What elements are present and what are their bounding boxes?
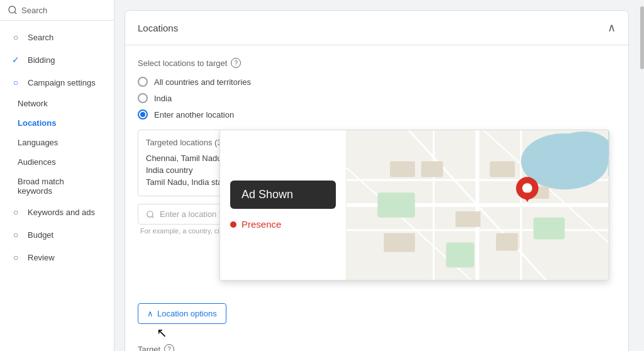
sidebar-search-label: Search <box>21 6 47 15</box>
circle-outline-icon: ○ <box>10 77 21 88</box>
location-options-button[interactable]: ∧ Location options <box>138 303 226 324</box>
sidebar-item-budget[interactable]: ○ Budget <box>0 223 109 246</box>
select-locations-label: Select locations to target ? <box>138 58 616 68</box>
sidebar-search[interactable]: Search <box>0 0 114 21</box>
sidebar-navigation: ○ Search ✓ Bidding ○ Campaign settings N… <box>0 21 114 351</box>
help-icon[interactable]: ? <box>231 58 241 68</box>
nav-label-broad-match: Broad match keywords <box>18 177 99 196</box>
svg-rect-17 <box>377 192 415 218</box>
locations-card: Locations ∧ Select locations to target ?… <box>125 10 629 351</box>
sidebar-item-campaign-settings[interactable]: ○ Campaign settings <box>0 71 109 94</box>
sidebar-item-network[interactable]: Network <box>0 94 109 113</box>
radio-circle-india <box>138 93 148 103</box>
nav-label-audiences: Audiences <box>18 157 56 167</box>
ad-shown-badge: Ad Shown <box>230 181 336 209</box>
nav-label-budget: Budget <box>28 230 53 240</box>
locations-card-body: Select locations to target ? All countri… <box>125 45 628 351</box>
svg-rect-26 <box>384 233 415 252</box>
location-options-label: Location options <box>157 309 217 318</box>
sidebar-item-languages[interactable]: Languages <box>0 133 109 152</box>
cursor-icon: ↖ <box>157 325 167 340</box>
presence-row: Presence <box>230 219 336 230</box>
svg-rect-28 <box>496 233 518 251</box>
nav-label-campaign-settings: Campaign settings <box>28 78 96 87</box>
circle-icon: ○ <box>10 31 21 43</box>
svg-point-0 <box>9 6 16 13</box>
search-icon <box>8 5 18 15</box>
sidebar-item-bidding[interactable]: ✓ Bidding <box>0 48 109 71</box>
svg-line-1 <box>14 12 16 14</box>
nav-label-languages: Languages <box>18 138 58 147</box>
locations-card-title: Locations <box>138 23 178 33</box>
svg-rect-18 <box>533 218 565 240</box>
radio-all-countries[interactable]: All countries and territories <box>138 77 616 87</box>
svg-line-3 <box>152 216 154 218</box>
radio-circle-all-countries <box>138 77 148 87</box>
nav-label-locations: Locations <box>18 118 56 128</box>
svg-point-30 <box>522 183 532 193</box>
sidebar: Search ○ Search ✓ Bidding ○ Campaign set… <box>0 0 114 351</box>
map-visual <box>346 130 609 280</box>
nav-label-search: Search <box>28 33 53 42</box>
presence-dot <box>230 221 236 228</box>
check-icon: ✓ <box>10 54 21 65</box>
sidebar-item-keywords[interactable]: ○ Keywords and ads <box>0 201 109 223</box>
svg-point-2 <box>147 211 153 216</box>
circle-icon-keywords: ○ <box>10 206 21 218</box>
map-overlay: Ad Shown Presence <box>219 130 609 281</box>
nav-label-bidding: Bidding <box>28 55 55 65</box>
scrollbar-track <box>639 0 644 351</box>
svg-rect-23 <box>421 162 443 177</box>
nav-label-network: Network <box>18 99 48 108</box>
locations-card-header: Locations ∧ <box>125 11 628 45</box>
svg-rect-22 <box>390 162 415 177</box>
collapse-icon[interactable]: ∧ <box>608 21 616 35</box>
nav-label-review: Review <box>28 253 55 262</box>
sidebar-item-broad-match[interactable]: Broad match keywords <box>0 172 109 201</box>
circle-icon-review: ○ <box>10 252 21 263</box>
nav-label-keywords: Keywords and ads <box>28 208 95 217</box>
scrollbar-thumb[interactable] <box>640 6 644 69</box>
sidebar-item-audiences[interactable]: Audiences <box>0 152 109 172</box>
content-map-area: Targeted locations (3) Chennai, Tamil Na… <box>138 130 616 293</box>
radio-circle-enter-another <box>138 109 148 120</box>
main-content: Locations ∧ Select locations to target ?… <box>114 0 639 351</box>
circle-icon-budget: ○ <box>10 229 21 240</box>
location-radio-group: All countries and territories India Ente… <box>138 77 616 120</box>
map-info-panel: Ad Shown Presence <box>220 130 346 280</box>
sidebar-item-review[interactable]: ○ Review <box>0 246 109 269</box>
radio-enter-another[interactable]: Enter another location <box>138 109 616 120</box>
svg-rect-27 <box>455 211 480 227</box>
target-help-icon[interactable]: ? <box>164 344 174 351</box>
chevron-up-icon: ∧ <box>147 309 153 318</box>
sidebar-item-search[interactable]: ○ Search <box>0 26 109 48</box>
search-location-icon <box>146 210 155 219</box>
radio-india[interactable]: India <box>138 93 616 103</box>
sidebar-item-locations[interactable]: Locations <box>0 113 109 133</box>
svg-rect-24 <box>490 162 515 177</box>
map-svg <box>346 130 609 280</box>
svg-rect-19 <box>446 243 474 268</box>
target-label: Target ? <box>138 344 616 351</box>
presence-label: Presence <box>242 219 281 230</box>
